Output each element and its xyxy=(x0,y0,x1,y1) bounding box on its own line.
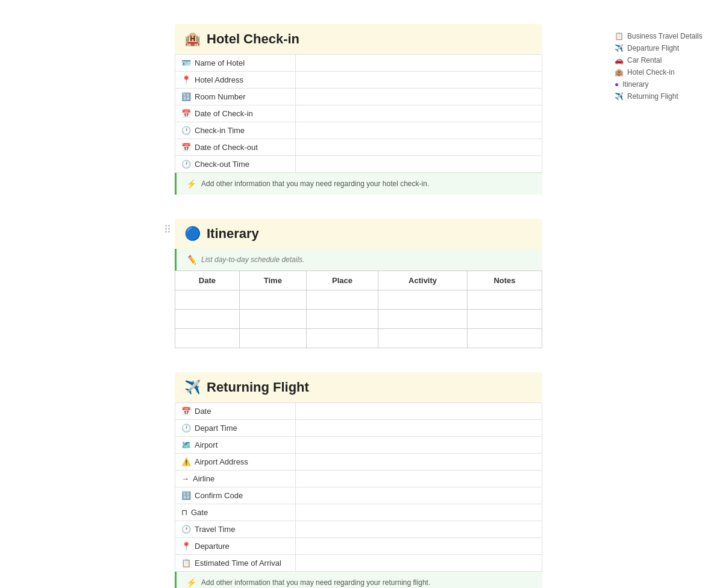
rf-eta-value[interactable] xyxy=(296,555,542,571)
row3-date[interactable] xyxy=(175,329,240,348)
itinerary-table: Date Time Place Activity Notes xyxy=(175,271,542,348)
itinerary-icon: ● xyxy=(615,80,619,89)
hotel-field-check-in-time: 🕐 Check-in Time xyxy=(175,122,542,139)
rf-field-eta: 📋 Estimated Time of Arrival xyxy=(175,554,542,572)
rf-depart-time-value[interactable] xyxy=(296,420,542,436)
itinerary-hint: ✏️ List day-to-day schedule details. xyxy=(175,249,542,271)
table-row xyxy=(175,329,542,348)
hotel-address-icon: 📍 xyxy=(181,75,191,84)
returning-flight-section: ✈️ Returning Flight 📅 Date 🕐 Depart Time xyxy=(175,372,542,588)
sidebar-label-car: Car Rental xyxy=(627,56,662,64)
hotel-address-value[interactable] xyxy=(296,72,542,88)
hotel-name-value[interactable] xyxy=(296,55,542,71)
rf-field-airport: 🗺️ Airport xyxy=(175,436,542,453)
sidebar-item-business-travel-details[interactable]: 📋 Business Travel Details xyxy=(615,30,711,42)
rf-travel-time-value[interactable] xyxy=(296,521,542,537)
itinerary-section-icon: 🔵 xyxy=(184,226,201,242)
sidebar-item-returning-flight[interactable]: ✈️ Returning Flight xyxy=(615,90,711,102)
hotel-title: Hotel Check-in xyxy=(207,31,299,47)
rf-field-date: 📅 Date xyxy=(175,402,542,419)
row1-place[interactable] xyxy=(306,290,378,310)
row2-date[interactable] xyxy=(175,310,240,329)
rf-field-travel-time: 🕐 Travel Time xyxy=(175,521,542,537)
hotel-room-icon: 🔢 xyxy=(181,92,191,101)
hotel-address-label: 📍 Hotel Address xyxy=(175,72,296,88)
rf-departure-icon: 📍 xyxy=(181,542,191,551)
hotel-check-out-time-value[interactable] xyxy=(296,156,542,172)
returning-flight-section-icon: ✈️ xyxy=(184,380,201,395)
hotel-header: 🏨 Hotel Check-in xyxy=(175,24,542,54)
row1-activity[interactable] xyxy=(378,290,468,310)
hotel-check-in-time-icon: 🕐 xyxy=(181,126,191,135)
itinerary-title: Itinerary xyxy=(207,226,259,242)
rf-gate-label: ⊓ Gate xyxy=(175,504,296,521)
hotel-field-address: 📍 Hotel Address xyxy=(175,71,542,88)
row3-time[interactable] xyxy=(239,329,306,348)
departure-flight-icon: ✈️ xyxy=(615,44,624,52)
sidebar-item-hotel-check-in[interactable]: 🏨 Hotel Check-in xyxy=(615,66,711,78)
sidebar-item-departure-flight[interactable]: ✈️ Departure Flight xyxy=(615,42,711,54)
hotel-field-check-in-date: 📅 Date of Check-in xyxy=(175,105,542,122)
col-place: Place xyxy=(306,271,378,290)
row2-notes[interactable] xyxy=(467,310,542,329)
row1-date[interactable] xyxy=(175,290,240,310)
rf-travel-time-label: 🕐 Travel Time xyxy=(175,521,296,537)
row2-activity[interactable] xyxy=(378,310,468,329)
rf-departure-value[interactable] xyxy=(296,538,542,554)
row3-notes[interactable] xyxy=(467,329,542,348)
col-notes: Notes xyxy=(467,271,542,290)
hotel-field-check-out-date: 📅 Date of Check-out xyxy=(175,139,542,155)
hotel-room-value[interactable] xyxy=(296,89,542,105)
hotel-check-out-time-label: 🕐 Check-out Time xyxy=(175,156,296,172)
hotel-check-in-time-value[interactable] xyxy=(296,122,542,139)
rf-gate-value[interactable] xyxy=(296,504,542,521)
hotel-check-out-date-value[interactable] xyxy=(296,139,542,155)
rf-departure-label: 📍 Departure xyxy=(175,538,296,554)
returning-flight-note-icon: ⚡ xyxy=(186,578,196,587)
hotel-note: ⚡ Add other information that you may nee… xyxy=(175,173,542,195)
hotel-field-name: 🪪 Name of Hotel xyxy=(175,54,542,71)
hotel-name-icon: 🪪 xyxy=(181,58,191,67)
hotel-check-in-time-label: 🕐 Check-in Time xyxy=(175,122,296,139)
col-activity: Activity xyxy=(378,271,468,290)
sidebar-label-returning: Returning Flight xyxy=(627,92,678,101)
hotel-section: 🏨 Hotel Check-in 🪪 Name of Hotel 📍 Hotel… xyxy=(175,24,542,195)
rf-field-airport-address: ⚠️ Airport Address xyxy=(175,453,542,470)
row2-time[interactable] xyxy=(239,310,306,329)
rf-date-icon: 📅 xyxy=(181,407,191,416)
rf-confirm-code-value[interactable] xyxy=(296,487,542,504)
rf-date-label: 📅 Date xyxy=(175,403,296,419)
rf-date-value[interactable] xyxy=(296,403,542,419)
rf-airport-icon: 🗺️ xyxy=(181,440,191,449)
itinerary-header: 🔵 Itinerary xyxy=(175,219,542,249)
business-travel-icon: 📋 xyxy=(615,32,624,40)
row1-time[interactable] xyxy=(239,290,306,310)
rf-airport-value[interactable] xyxy=(296,437,542,453)
rf-field-depart-time: 🕐 Depart Time xyxy=(175,419,542,436)
sidebar-label-departure: Departure Flight xyxy=(627,44,679,52)
rf-airline-value[interactable] xyxy=(296,471,542,487)
row1-notes[interactable] xyxy=(467,290,542,310)
hotel-check-in-date-value[interactable] xyxy=(296,105,542,122)
hotel-check-out-date-label: 📅 Date of Check-out xyxy=(175,139,296,155)
hotel-room-label: 🔢 Room Number xyxy=(175,89,296,105)
rf-airport-address-value[interactable] xyxy=(296,454,542,470)
row3-place[interactable] xyxy=(306,329,378,348)
sidebar-item-car-rental[interactable]: 🚗 Car Rental xyxy=(615,54,711,66)
returning-flight-header: ✈️ Returning Flight xyxy=(175,372,542,402)
rf-field-departure: 📍 Departure xyxy=(175,537,542,554)
rf-airport-address-icon: ⚠️ xyxy=(181,457,191,466)
main-content: 🏨 Hotel Check-in 🪪 Name of Hotel 📍 Hotel… xyxy=(0,0,554,588)
itinerary-hint-icon: ✏️ xyxy=(186,255,196,264)
row3-activity[interactable] xyxy=(378,329,468,348)
hotel-name-label: 🪪 Name of Hotel xyxy=(175,55,296,71)
itinerary-hint-text: List day-to-day schedule details. xyxy=(201,255,304,264)
rf-field-airline: → Airline xyxy=(175,470,542,487)
page-layout: 📋 Business Travel Details ✈️ Departure F… xyxy=(0,0,723,588)
drag-handle[interactable] xyxy=(165,225,170,233)
hotel-note-icon: ⚡ xyxy=(186,179,196,189)
rf-confirm-code-label: 🔢 Confirm Code xyxy=(175,487,296,504)
sidebar-item-itinerary[interactable]: ● Itinerary xyxy=(615,78,711,90)
table-header-row: Date Time Place Activity Notes xyxy=(175,271,542,290)
row2-place[interactable] xyxy=(306,310,378,329)
